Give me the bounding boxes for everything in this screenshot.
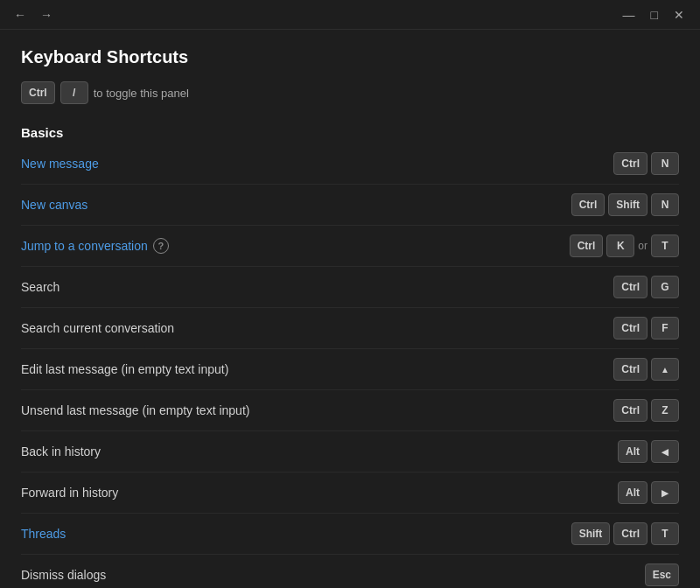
key-n: N (651, 152, 679, 175)
shortcut-edit-last: Edit last message (in empty text input) … (21, 349, 679, 390)
key-shift: Shift (608, 193, 648, 216)
help-icon-jump[interactable]: ? (153, 238, 169, 254)
shortcut-dismiss: Dismiss dialogs Esc (21, 555, 679, 588)
shortcut-label-new-message[interactable]: New message (21, 157, 99, 171)
shortcut-search-current: Search current conversation Ctrl F (21, 308, 679, 349)
shortcut-unsend: Unsend last message (in empty text input… (21, 390, 679, 431)
shortcut-back-history: Back in history Alt ◀ (21, 431, 679, 472)
shortcut-new-message: New message Ctrl N (21, 144, 679, 185)
shortcut-label-search: Search (21, 280, 60, 294)
panel-content: Keyboard Shortcuts Ctrl / to toggle this… (0, 30, 700, 588)
key-ctrl: Ctrl (613, 276, 648, 298)
minimize-button[interactable]: — (618, 6, 640, 24)
shortcut-keys-search-current: Ctrl F (613, 317, 679, 340)
forward-button[interactable]: → (37, 6, 56, 24)
shortcut-label-jump[interactable]: Jump to a conversation (21, 239, 148, 253)
shortcut-label-edit-last: Edit last message (in empty text input) (21, 362, 228, 376)
key-left: ◀ (651, 440, 679, 463)
shortcut-threads: Threads Shift Ctrl T (21, 514, 679, 555)
key-t: T (651, 522, 679, 545)
slash-key: / (60, 81, 88, 104)
key-up: ▲ (651, 358, 679, 381)
shortcut-keys-unsend: Ctrl Z (613, 399, 679, 422)
key-g: G (651, 276, 679, 298)
shortcut-keys-threads: Shift Ctrl T (571, 522, 679, 545)
close-button[interactable]: ✕ (668, 6, 690, 24)
shortcut-label-search-current: Search current conversation (21, 321, 174, 335)
key-f: F (651, 317, 679, 340)
key-ctrl: Ctrl (571, 193, 606, 216)
shortcut-label-forward-history: Forward in history (21, 486, 118, 500)
shortcut-label-jump-inner: Jump to a conversation ? (21, 238, 169, 254)
key-t: T (651, 234, 679, 257)
section-basics-header: Basics (21, 125, 679, 140)
or-text: or (638, 240, 648, 252)
shortcut-new-canvas: New canvas Ctrl Shift N (21, 185, 679, 226)
key-ctrl: Ctrl (613, 317, 648, 340)
shortcut-forward-history: Forward in history Alt ▶ (21, 472, 679, 514)
key-n: N (651, 193, 679, 216)
key-alt: Alt (618, 440, 648, 463)
key-z: Z (651, 399, 679, 422)
back-button[interactable]: ← (10, 6, 30, 24)
shortcut-label-new-canvas[interactable]: New canvas (21, 198, 88, 212)
shortcut-search: Search Ctrl G (21, 267, 679, 308)
key-ctrl: Ctrl (613, 358, 648, 381)
shortcut-keys-new-message: Ctrl N (613, 152, 679, 175)
shortcut-jump-conversation: Jump to a conversation ? Ctrl K or T (21, 226, 679, 267)
shortcut-keys-dismiss: Esc (645, 564, 679, 586)
window-controls: — □ ✕ (618, 6, 690, 24)
key-right: ▶ (651, 481, 679, 504)
shortcut-keys-edit-last: Ctrl ▲ (613, 358, 679, 381)
key-ctrl: Ctrl (613, 522, 648, 545)
shortcut-keys-forward-history: Alt ▶ (618, 481, 679, 504)
shortcut-label-dismiss: Dismiss dialogs (21, 568, 106, 582)
key-shift: Shift (571, 522, 611, 545)
key-k: K (606, 234, 634, 257)
shortcut-keys-jump: Ctrl K or T (570, 234, 679, 257)
title-bar: ← → — □ ✕ (0, 0, 700, 30)
maximize-button[interactable]: □ (646, 6, 663, 24)
toggle-hint-text: to toggle this panel (94, 87, 189, 100)
key-ctrl: Ctrl (570, 234, 604, 257)
key-alt: Alt (618, 481, 648, 504)
nav-buttons: ← → (10, 6, 56, 24)
toggle-hint: Ctrl / to toggle this panel (21, 81, 679, 104)
shortcut-label-unsend: Unsend last message (in empty text input… (21, 403, 249, 417)
shortcut-keys-search: Ctrl G (613, 276, 679, 298)
key-ctrl: Ctrl (613, 399, 648, 422)
key-ctrl: Ctrl (613, 152, 648, 175)
shortcut-label-threads[interactable]: Threads (21, 527, 66, 541)
key-esc: Esc (645, 564, 679, 586)
shortcut-keys-back-history: Alt ◀ (618, 440, 679, 463)
shortcut-keys-new-canvas: Ctrl Shift N (571, 193, 679, 216)
ctrl-key: Ctrl (21, 81, 55, 104)
shortcut-label-back-history: Back in history (21, 444, 101, 458)
panel-title: Keyboard Shortcuts (21, 47, 679, 67)
